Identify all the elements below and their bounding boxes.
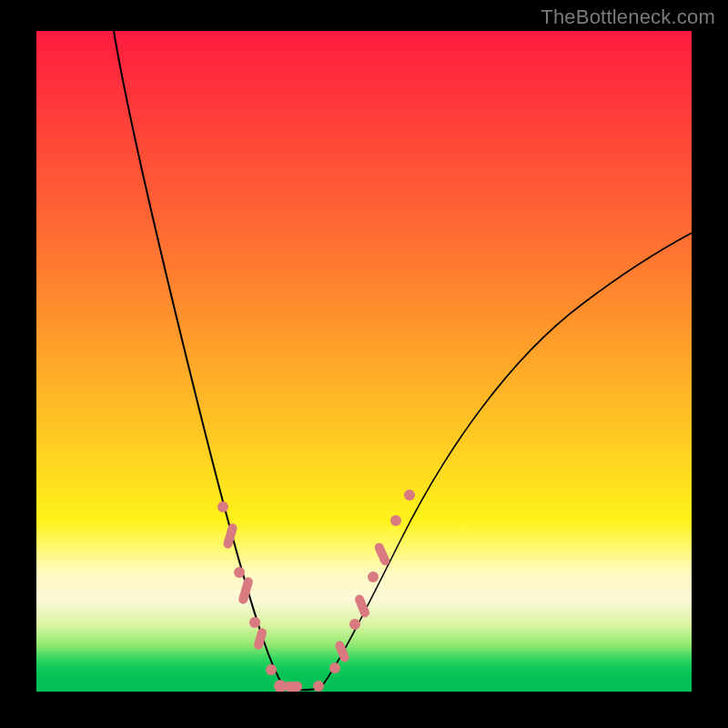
svg-point-12 <box>349 619 360 630</box>
svg-rect-8 <box>284 682 302 692</box>
watermark-text: TheBottleneck.com <box>541 5 715 29</box>
curve-right-branch <box>320 233 692 688</box>
curve-left-branch <box>114 31 284 688</box>
svg-rect-13 <box>353 593 370 619</box>
svg-point-14 <box>368 571 379 582</box>
svg-point-6 <box>266 664 277 675</box>
svg-point-9 <box>313 681 324 692</box>
plot-area <box>36 31 692 692</box>
chart-frame: TheBottleneck.com <box>0 0 728 728</box>
svg-point-2 <box>234 567 245 578</box>
svg-rect-15 <box>373 541 391 567</box>
svg-point-10 <box>329 662 340 673</box>
svg-point-0 <box>217 501 228 512</box>
svg-point-16 <box>390 515 401 526</box>
svg-point-17 <box>404 490 415 500</box>
svg-point-4 <box>249 617 260 628</box>
curve-layer <box>36 31 692 692</box>
data-nodes <box>217 490 415 692</box>
